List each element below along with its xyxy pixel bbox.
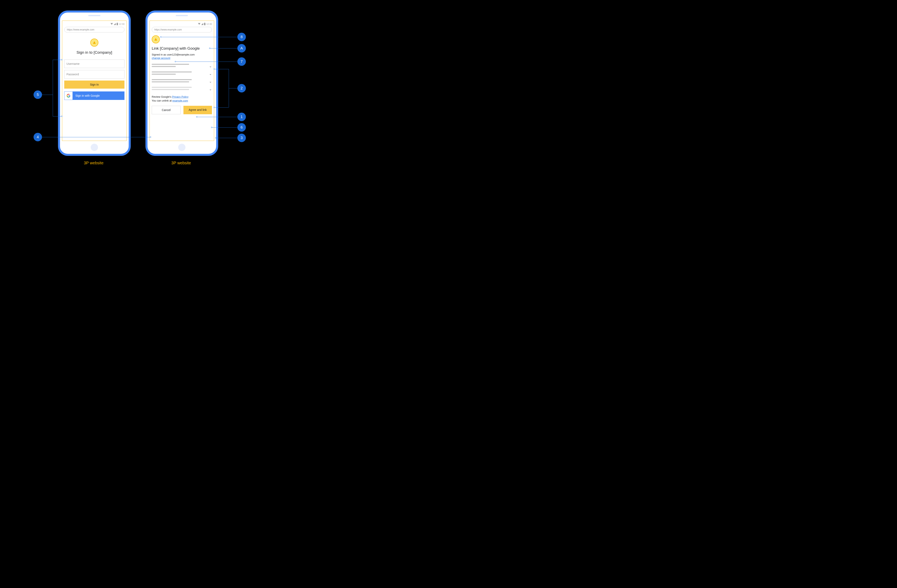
callout-4: 4 [34, 133, 42, 141]
google-signin-button[interactable]: Sign in with Google [64, 92, 124, 100]
agree-and-link-button[interactable]: Agree and link [184, 106, 212, 114]
phone-speaker [88, 15, 100, 16]
caption-left: 3P website [84, 161, 103, 165]
chevron-down-icon: ⌄ [209, 72, 212, 76]
screen-consent: 12:30 https://www.example.com Link [Comp… [150, 21, 214, 141]
leader-dot [214, 69, 215, 70]
screen-signin: 12:30 https://www.example.com Sign in to… [62, 21, 127, 141]
callout-3: 3 [237, 134, 246, 142]
permissions-list: ⌄ ⌄ ⌄ ⌄ [152, 63, 212, 93]
permission-item[interactable]: ⌄ [152, 70, 212, 78]
leader-dot [175, 61, 176, 62]
status-bar: 12:30 [64, 22, 124, 26]
google-signin-label: Sign in with Google [72, 92, 124, 100]
consent-buttons: Cancel Agree and link [152, 106, 212, 114]
leader-line [161, 37, 237, 37]
privacy-policy-text: Review Google's Privacy Policy [152, 95, 212, 98]
cancel-button[interactable]: Cancel [152, 106, 181, 114]
phone-signin: 12:30 https://www.example.com Sign in to… [58, 11, 131, 156]
battery-icon [204, 23, 205, 25]
leader-dot [209, 47, 210, 49]
consent-heading: Link [Company] with Google [152, 46, 212, 51]
leader-line [176, 61, 237, 62]
leader-line [197, 117, 237, 117]
privacy-policy-link[interactable]: Privacy Policy [172, 95, 188, 98]
leader-line [229, 88, 237, 89]
leader-dot [160, 36, 161, 38]
signin-button[interactable]: Sign In [64, 81, 124, 89]
leader-line [214, 107, 229, 108]
signed-in-as: Signed in as user123@example.com [152, 53, 212, 56]
username-input[interactable]: Username [64, 60, 124, 68]
status-time: 12:30 [119, 23, 124, 25]
diagram-stage: 12:30 https://www.example.com Sign in to… [0, 0, 276, 181]
leader-line [42, 95, 53, 95]
leader-line [210, 48, 237, 49]
leader-dot [214, 107, 215, 108]
leader-dot [215, 137, 216, 139]
wifi-icon [198, 23, 201, 25]
leader-line [216, 138, 237, 138]
status-bar: 12:30 [152, 22, 212, 26]
chevron-down-icon: ⌄ [209, 87, 212, 91]
wifi-icon [110, 23, 113, 25]
svg-marker-1 [155, 38, 157, 41]
leader-line [212, 127, 237, 128]
callout-6: 6 [237, 123, 246, 131]
leader-dot [150, 136, 151, 137]
permission-item[interactable]: ⌄ [152, 63, 212, 70]
phone-consent: 12:30 https://www.example.com Link [Comp… [145, 11, 218, 156]
unlink-link[interactable]: example.com [172, 99, 188, 102]
signal-icon [114, 23, 116, 25]
leader-dot [196, 116, 197, 118]
phone-speaker [176, 15, 188, 16]
callout-5: 5 [34, 90, 42, 99]
company-logo [152, 35, 160, 43]
caption-right: 3P website [171, 161, 191, 165]
permission-item[interactable]: ⌄ [152, 78, 212, 86]
leader-dot [211, 127, 212, 128]
permission-item[interactable]: ⌄ [152, 86, 212, 93]
company-logo [90, 38, 98, 47]
unlink-text: You can unlink at example.com [152, 99, 212, 102]
svg-marker-0 [93, 41, 96, 44]
chevron-down-icon: ⌄ [209, 79, 212, 83]
callout-1: 1 [237, 113, 246, 121]
home-button[interactable] [178, 144, 185, 151]
signal-icon [201, 23, 203, 25]
url-bar[interactable]: https://www.example.com [152, 27, 212, 32]
password-input[interactable]: Password [64, 70, 124, 78]
leader-dot [61, 116, 63, 117]
callout-7: 7 [237, 57, 246, 66]
callout-2: 2 [237, 84, 246, 92]
leader-line [214, 69, 229, 69]
leader-dot [61, 59, 63, 60]
google-icon [64, 92, 72, 100]
callout-8: 8 [237, 33, 246, 41]
battery-icon [116, 23, 118, 25]
chevron-down-icon: ⌄ [209, 64, 212, 68]
signin-heading: Sign in to [Company] [64, 50, 124, 55]
change-account-link[interactable]: change account [152, 56, 212, 60]
url-bar[interactable]: https://www.example.com [64, 27, 124, 32]
callout-A: A [237, 44, 246, 52]
status-time: 12:30 [206, 23, 212, 25]
home-button[interactable] [91, 144, 98, 151]
